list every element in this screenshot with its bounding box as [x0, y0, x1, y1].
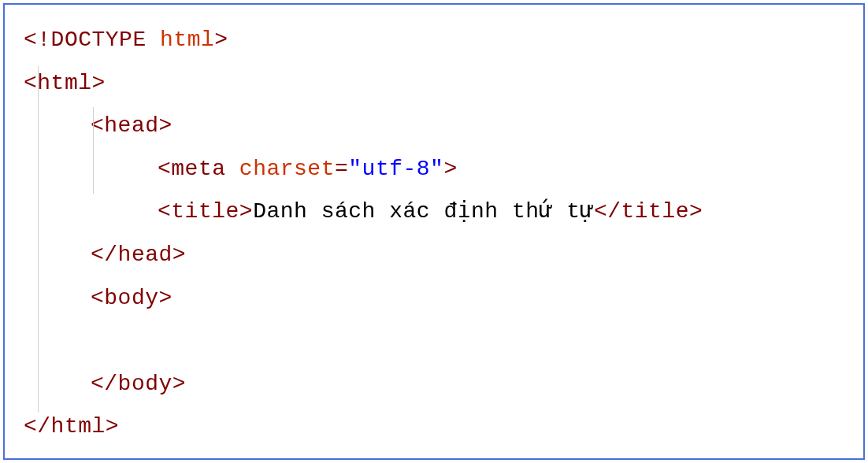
title-tag-open: title — [171, 199, 239, 224]
punctuation: > — [159, 113, 172, 138]
punctuation: > — [214, 28, 228, 52]
title-tag-close: title — [621, 199, 689, 224]
code-line-4: <meta charset="utf-8"> — [24, 148, 844, 191]
punctuation: < — [91, 286, 104, 310]
punctuation: < — [24, 71, 37, 95]
equals: = — [335, 157, 348, 181]
punctuation: > — [159, 286, 172, 310]
html-close-tag: html — [51, 414, 106, 439]
code-line-5: <title>Danh sách xác định thứ tự</title> — [24, 191, 844, 234]
code-editor-view: <!DOCTYPE html> <html> <head> <meta char… — [3, 3, 865, 460]
code-line-1: <!DOCTYPE html> — [24, 19, 844, 62]
punctuation: </ — [91, 372, 118, 396]
punctuation: < — [158, 199, 171, 224]
punctuation: > — [172, 372, 186, 396]
punctuation: </ — [594, 199, 621, 224]
head-close-tag: head — [118, 243, 172, 267]
indent-guide-line — [93, 107, 94, 194]
code-line-6: </head> — [24, 234, 844, 277]
html-tag: html — [37, 71, 91, 95]
code-line-9: </body> — [24, 363, 844, 406]
punctuation: > — [239, 199, 253, 224]
punctuation: > — [92, 71, 106, 95]
attribute-name: charset — [239, 157, 335, 181]
indent-guide-line — [38, 66, 39, 413]
punctuation: </ — [91, 243, 118, 267]
head-tag: head — [104, 113, 158, 138]
doctype-keyword: html — [160, 28, 214, 52]
punctuation: </ — [24, 414, 51, 439]
punctuation: <! — [24, 28, 51, 52]
code-line-7: <body> — [24, 277, 844, 320]
body-close-tag: body — [118, 372, 172, 396]
punctuation: < — [158, 157, 171, 181]
meta-tag: meta — [171, 157, 225, 181]
code-line-8-empty — [24, 320, 844, 363]
code-line-3: <head> — [24, 105, 844, 148]
space — [147, 28, 160, 52]
punctuation: > — [172, 243, 186, 267]
code-line-10: </html> — [24, 406, 844, 449]
body-tag: body — [104, 286, 158, 310]
punctuation: > — [689, 199, 703, 224]
title-text: Danh sách xác định thứ tự — [253, 199, 594, 224]
attribute-value: "utf-8" — [348, 157, 443, 181]
punctuation: > — [443, 157, 457, 181]
space — [226, 157, 239, 181]
doctype-tag: DOCTYPE — [51, 28, 147, 52]
punctuation: > — [106, 414, 119, 439]
code-line-2: <html> — [24, 62, 844, 106]
